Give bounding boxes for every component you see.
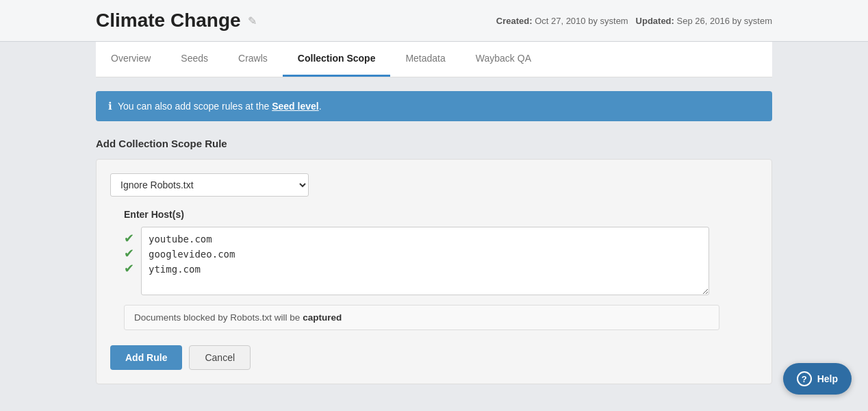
rule-box: Ignore Robots.txt Block URL Allow URL Bl… — [96, 159, 772, 384]
page-title: Climate Change — [96, 10, 241, 32]
edit-icon[interactable]: ✎ — [248, 14, 257, 27]
cancel-button[interactable]: Cancel — [189, 345, 251, 370]
main-content: Overview Seeds Crawls Collection Scope M… — [0, 42, 868, 411]
page-header: Climate Change ✎ Created: Oct 27, 2010 b… — [0, 0, 868, 42]
section-title: Add Collection Scope Rule — [96, 138, 772, 149]
tab-wayback-qa[interactable]: Wayback QA — [461, 42, 546, 77]
check-icon-3: ✔ — [124, 261, 134, 276]
tab-overview[interactable]: Overview — [96, 42, 166, 77]
hosts-textarea[interactable]: youtube.com googlevideo.com ytimg.com — [141, 227, 709, 295]
check-icon-2: ✔ — [124, 246, 134, 261]
help-icon: ? — [797, 371, 812, 386]
updated-value: Sep 26, 2016 by system — [677, 16, 772, 26]
button-row: Add Rule Cancel — [110, 345, 758, 370]
hosts-label: Enter Host(s) — [124, 209, 758, 220]
help-label: Help — [817, 373, 838, 384]
status-message: Documents blocked by Robots.txt will be … — [124, 305, 719, 330]
tabs-nav: Overview Seeds Crawls Collection Scope M… — [96, 42, 772, 77]
scope-rule-select[interactable]: Ignore Robots.txt Block URL Allow URL Bl… — [110, 173, 309, 197]
updated-label: Updated: — [636, 16, 674, 26]
created-label: Created: — [496, 16, 533, 26]
check-icon-1: ✔ — [124, 231, 134, 246]
add-rule-button[interactable]: Add Rule — [110, 345, 182, 370]
tab-metadata[interactable]: Metadata — [390, 42, 460, 77]
tab-seeds[interactable]: Seeds — [166, 42, 223, 77]
seed-level-link[interactable]: Seed level — [272, 101, 319, 112]
banner-text: You can also add scope rules at the Seed… — [118, 101, 322, 112]
created-value: Oct 27, 2010 by system — [535, 16, 628, 26]
info-icon: ℹ — [108, 100, 112, 112]
status-highlight: captured — [303, 312, 342, 323]
hosts-section: Enter Host(s) ✔ ✔ ✔ youtube.com googlevi… — [124, 209, 758, 330]
tab-crawls[interactable]: Crawls — [223, 42, 283, 77]
title-area: Climate Change ✎ — [96, 10, 257, 32]
page-meta: Created: Oct 27, 2010 by system Updated:… — [496, 16, 772, 26]
tabs-container: Overview Seeds Crawls Collection Scope M… — [96, 42, 772, 77]
hosts-input-area: ✔ ✔ ✔ youtube.com googlevideo.com ytimg.… — [124, 227, 758, 295]
info-banner: ℹ You can also add scope rules at the Se… — [96, 91, 772, 121]
tab-collection-scope[interactable]: Collection Scope — [283, 42, 391, 77]
host-checkmarks: ✔ ✔ ✔ — [124, 227, 134, 276]
help-button[interactable]: ? Help — [783, 363, 852, 395]
